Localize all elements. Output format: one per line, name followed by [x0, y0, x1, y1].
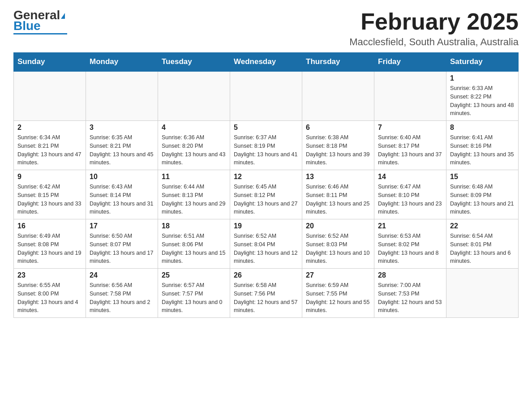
day-info: Sunrise: 6:41 AMSunset: 8:16 PMDaylight:…: [450, 133, 515, 167]
calendar-title: February 2025: [349, 9, 519, 34]
col-sunday: Sunday: [14, 53, 86, 72]
calendar-cell: 22Sunrise: 6:54 AMSunset: 8:01 PMDayligh…: [446, 219, 519, 269]
calendar-cell: [230, 71, 302, 121]
day-number: 21: [378, 222, 442, 230]
calendar-body: 1Sunrise: 6:33 AMSunset: 8:22 PMDaylight…: [14, 71, 519, 318]
day-info: Sunrise: 6:42 AMSunset: 8:15 PMDaylight:…: [17, 183, 82, 216]
calendar-cell: 9Sunrise: 6:42 AMSunset: 8:15 PMDaylight…: [14, 170, 86, 219]
day-number: 19: [234, 222, 298, 230]
calendar-week-3: 9Sunrise: 6:42 AMSunset: 8:15 PMDaylight…: [14, 170, 519, 219]
calendar-cell: 3Sunrise: 6:35 AMSunset: 8:21 PMDaylight…: [86, 121, 158, 170]
calendar-cell: 8Sunrise: 6:41 AMSunset: 8:16 PMDaylight…: [446, 121, 519, 170]
day-info: Sunrise: 6:34 AMSunset: 8:21 PMDaylight:…: [17, 133, 82, 167]
day-number: 12: [234, 173, 298, 181]
day-info: Sunrise: 6:37 AMSunset: 8:19 PMDaylight:…: [234, 133, 298, 167]
day-number: 22: [450, 222, 515, 230]
day-number: 8: [450, 124, 515, 132]
calendar-cell: 27Sunrise: 6:59 AMSunset: 7:55 PMDayligh…: [302, 269, 374, 318]
col-friday: Friday: [374, 53, 446, 72]
calendar-cell: 15Sunrise: 6:48 AMSunset: 8:09 PMDayligh…: [446, 170, 519, 219]
day-info: Sunrise: 6:35 AMSunset: 8:21 PMDaylight:…: [90, 133, 154, 167]
calendar-cell: 10Sunrise: 6:43 AMSunset: 8:14 PMDayligh…: [86, 170, 158, 219]
day-number: 6: [306, 124, 370, 132]
calendar-cell: 4Sunrise: 6:36 AMSunset: 8:20 PMDaylight…: [158, 121, 230, 170]
logo-underline: [13, 33, 67, 34]
calendar-cell: [302, 71, 374, 121]
day-number: 2: [17, 124, 82, 132]
calendar-table: Sunday Monday Tuesday Wednesday Thursday…: [13, 52, 519, 318]
day-info: Sunrise: 6:44 AMSunset: 8:13 PMDaylight:…: [162, 183, 226, 216]
day-info: Sunrise: 6:57 AMSunset: 7:57 PMDaylight:…: [162, 281, 226, 315]
calendar-cell: [158, 71, 230, 121]
calendar-cell: 28Sunrise: 7:00 AMSunset: 7:53 PMDayligh…: [374, 269, 446, 318]
col-monday: Monday: [86, 53, 158, 72]
day-number: 20: [306, 222, 370, 230]
calendar-cell: [374, 71, 446, 121]
calendar-cell: [446, 269, 519, 318]
logo-blue: Blue: [13, 20, 41, 32]
day-info: Sunrise: 6:40 AMSunset: 8:17 PMDaylight:…: [378, 133, 442, 167]
calendar-cell: 16Sunrise: 6:49 AMSunset: 8:08 PMDayligh…: [14, 219, 86, 269]
day-info: Sunrise: 6:52 AMSunset: 8:04 PMDaylight:…: [234, 232, 298, 265]
calendar-cell: 7Sunrise: 6:40 AMSunset: 8:17 PMDaylight…: [374, 121, 446, 170]
calendar-cell: 5Sunrise: 6:37 AMSunset: 8:19 PMDaylight…: [230, 121, 302, 170]
calendar-cell: 26Sunrise: 6:58 AMSunset: 7:56 PMDayligh…: [230, 269, 302, 318]
day-number: 18: [162, 222, 226, 230]
day-info: Sunrise: 6:43 AMSunset: 8:14 PMDaylight:…: [90, 183, 154, 216]
day-info: Sunrise: 6:55 AMSunset: 8:00 PMDaylight:…: [17, 281, 82, 315]
day-info: Sunrise: 6:56 AMSunset: 7:58 PMDaylight:…: [90, 281, 154, 315]
day-number: 15: [450, 173, 515, 181]
calendar-cell: 18Sunrise: 6:51 AMSunset: 8:06 PMDayligh…: [158, 219, 230, 269]
day-info: Sunrise: 6:33 AMSunset: 8:22 PMDaylight:…: [450, 84, 515, 118]
calendar-cell: 2Sunrise: 6:34 AMSunset: 8:21 PMDaylight…: [14, 121, 86, 170]
calendar-cell: 20Sunrise: 6:52 AMSunset: 8:03 PMDayligh…: [302, 219, 374, 269]
day-number: 24: [90, 271, 154, 279]
logo: General Blue: [13, 9, 67, 34]
day-number: 26: [234, 271, 298, 279]
day-number: 9: [17, 173, 82, 181]
day-info: Sunrise: 6:52 AMSunset: 8:03 PMDaylight:…: [306, 232, 370, 265]
calendar-week-2: 2Sunrise: 6:34 AMSunset: 8:21 PMDaylight…: [14, 121, 519, 170]
day-number: 3: [90, 124, 154, 132]
page-header: General Blue February 2025 Macclesfield,…: [13, 9, 519, 48]
calendar-cell: [14, 71, 86, 121]
calendar-cell: 25Sunrise: 6:57 AMSunset: 7:57 PMDayligh…: [158, 269, 230, 318]
day-number: 7: [378, 124, 442, 132]
day-number: 1: [450, 74, 515, 82]
header-row: Sunday Monday Tuesday Wednesday Thursday…: [14, 53, 519, 72]
calendar-cell: 17Sunrise: 6:50 AMSunset: 8:07 PMDayligh…: [86, 219, 158, 269]
day-info: Sunrise: 6:50 AMSunset: 8:07 PMDaylight:…: [90, 232, 154, 265]
calendar-cell: 11Sunrise: 6:44 AMSunset: 8:13 PMDayligh…: [158, 170, 230, 219]
calendar-cell: [86, 71, 158, 121]
day-number: 10: [90, 173, 154, 181]
day-info: Sunrise: 6:38 AMSunset: 8:18 PMDaylight:…: [306, 133, 370, 167]
calendar-cell: 6Sunrise: 6:38 AMSunset: 8:18 PMDaylight…: [302, 121, 374, 170]
day-number: 13: [306, 173, 370, 181]
calendar-cell: 24Sunrise: 6:56 AMSunset: 7:58 PMDayligh…: [86, 269, 158, 318]
calendar-header: Sunday Monday Tuesday Wednesday Thursday…: [14, 53, 519, 72]
day-number: 28: [378, 271, 442, 279]
col-wednesday: Wednesday: [230, 53, 302, 72]
day-number: 27: [306, 271, 370, 279]
calendar-cell: 12Sunrise: 6:45 AMSunset: 8:12 PMDayligh…: [230, 170, 302, 219]
calendar-cell: 14Sunrise: 6:47 AMSunset: 8:10 PMDayligh…: [374, 170, 446, 219]
calendar-cell: 23Sunrise: 6:55 AMSunset: 8:00 PMDayligh…: [14, 269, 86, 318]
calendar-cell: 19Sunrise: 6:52 AMSunset: 8:04 PMDayligh…: [230, 219, 302, 269]
day-number: 17: [90, 222, 154, 230]
calendar-week-5: 23Sunrise: 6:55 AMSunset: 8:00 PMDayligh…: [14, 269, 519, 318]
day-number: 4: [162, 124, 226, 132]
col-tuesday: Tuesday: [158, 53, 230, 72]
day-info: Sunrise: 6:48 AMSunset: 8:09 PMDaylight:…: [450, 183, 515, 216]
day-info: Sunrise: 6:54 AMSunset: 8:01 PMDaylight:…: [450, 232, 515, 265]
day-info: Sunrise: 6:51 AMSunset: 8:06 PMDaylight:…: [162, 232, 226, 265]
col-saturday: Saturday: [446, 53, 519, 72]
day-info: Sunrise: 6:47 AMSunset: 8:10 PMDaylight:…: [378, 183, 442, 216]
day-info: Sunrise: 7:00 AMSunset: 7:53 PMDaylight:…: [378, 281, 442, 315]
day-number: 25: [162, 271, 226, 279]
day-number: 23: [17, 271, 82, 279]
col-thursday: Thursday: [302, 53, 374, 72]
day-number: 16: [17, 222, 82, 230]
day-info: Sunrise: 6:46 AMSunset: 8:11 PMDaylight:…: [306, 183, 370, 216]
title-block: February 2025 Macclesfield, South Austra…: [349, 9, 519, 48]
calendar-week-1: 1Sunrise: 6:33 AMSunset: 8:22 PMDaylight…: [14, 71, 519, 121]
